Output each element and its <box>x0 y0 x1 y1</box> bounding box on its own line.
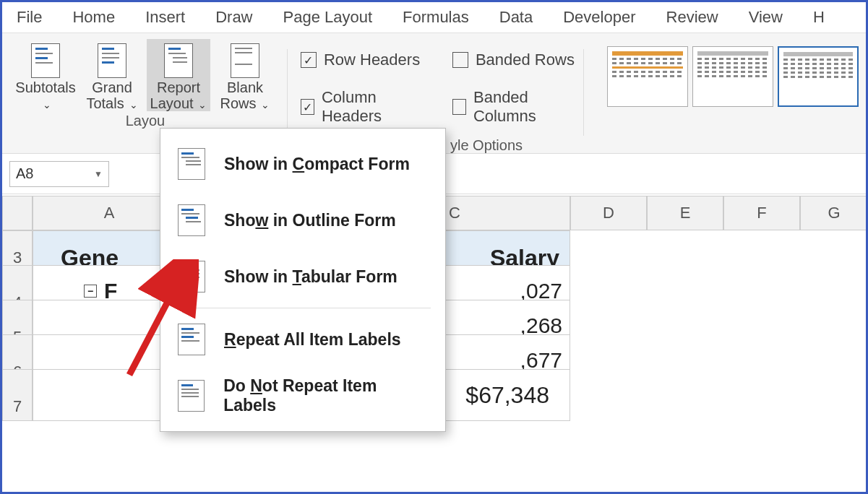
col-header-D[interactable]: D <box>570 196 647 230</box>
collapse-icon[interactable]: − <box>84 285 97 298</box>
tab-home[interactable]: Home <box>66 5 121 30</box>
checkbox-icon: ✓ <box>301 52 317 68</box>
ribbon-separator <box>287 49 288 136</box>
menu-tabular-form[interactable]: Show in Tabular Form <box>160 248 445 305</box>
report-layout-menu: Show in Compact Form Show in Outline For… <box>160 128 446 432</box>
tab-data[interactable]: Data <box>494 5 538 30</box>
outline-form-icon <box>178 204 205 236</box>
tab-view[interactable]: View <box>743 5 788 30</box>
tab-formulas[interactable]: Formulas <box>397 5 475 30</box>
name-box[interactable]: A8 ▼ <box>9 161 109 187</box>
style-swatch-orange[interactable] <box>607 46 688 107</box>
blank-rows-button[interactable]: Blank Rows ⌄ <box>213 39 277 111</box>
style-swatch-selected[interactable] <box>778 46 859 107</box>
grand-totals-icon <box>98 43 126 78</box>
no-repeat-labels-icon <box>178 380 205 412</box>
menu-outline-form[interactable]: Show in Outline Form <box>160 192 445 248</box>
tab-truncated[interactable]: H <box>807 5 830 30</box>
grand-totals-button[interactable]: Grand Totals ⌄ <box>80 39 144 111</box>
checkbox-icon: ✓ <box>301 99 314 115</box>
menu-repeat-labels[interactable]: Repeat All Item Labels <box>160 311 445 368</box>
col-header-F[interactable]: F <box>723 196 800 230</box>
tabular-form-icon <box>178 261 205 292</box>
compact-form-icon <box>178 148 205 180</box>
tab-insert[interactable]: Insert <box>139 5 191 30</box>
row-headers-checkbox[interactable]: ✓ Row Headers <box>301 51 424 69</box>
tab-page-layout[interactable]: Page Layout <box>278 5 379 30</box>
chevron-down-icon: ▼ <box>94 169 103 179</box>
menu-compact-form[interactable]: Show in Compact Form <box>160 136 445 192</box>
tab-developer[interactable]: Developer <box>557 5 641 30</box>
tab-review[interactable]: Review <box>661 5 724 30</box>
style-swatch-gray[interactable] <box>692 46 773 107</box>
banded-rows-checkbox[interactable]: Banded Rows <box>452 51 577 69</box>
pivot-style-gallery[interactable] <box>607 39 859 107</box>
checkbox-icon <box>452 99 466 115</box>
tab-file[interactable]: File <box>11 5 48 30</box>
group-label-layout: Layou <box>126 113 166 129</box>
ribbon-separator <box>583 49 584 136</box>
select-all-corner[interactable] <box>2 196 33 230</box>
group-label-style-options: yle Options <box>450 137 523 154</box>
row-header-7[interactable]: 7 <box>2 369 33 421</box>
subtotals-icon <box>31 43 60 78</box>
tab-draw[interactable]: Draw <box>210 5 258 30</box>
subtotals-button[interactable]: Subtotals⌄ <box>14 39 77 111</box>
menu-separator <box>175 308 431 308</box>
menu-no-repeat-labels[interactable]: Do Not Repeat Item Labels <box>160 368 445 424</box>
banded-columns-checkbox[interactable]: Banded Columns <box>452 88 577 126</box>
repeat-labels-icon <box>178 324 205 355</box>
col-header-E[interactable]: E <box>647 196 723 230</box>
blank-rows-icon <box>231 43 259 78</box>
ribbon-tabs: File Home Insert Draw Page Layout Formul… <box>2 2 866 32</box>
report-layout-icon <box>164 43 193 78</box>
col-header-G[interactable]: G <box>800 196 868 230</box>
report-layout-button[interactable]: Report Layout ⌄ <box>147 39 210 111</box>
checkbox-icon <box>452 52 468 68</box>
column-headers-checkbox[interactable]: ✓ Column Headers <box>301 88 424 126</box>
